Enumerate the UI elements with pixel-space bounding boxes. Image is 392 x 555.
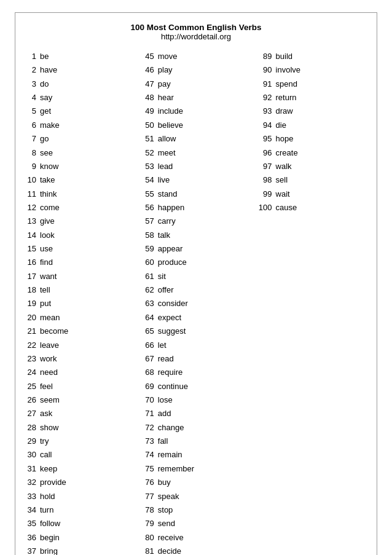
item-word: want — [40, 270, 57, 283]
item-word: leave — [40, 339, 59, 352]
item-word: suggest — [158, 325, 186, 338]
item-word: provide — [40, 476, 66, 489]
item-number: 8 — [23, 146, 40, 160]
item-word: lose — [158, 393, 173, 407]
list-item: 99wait — [259, 187, 369, 201]
item-number: 97 — [259, 160, 276, 173]
list-item: 51allow — [141, 132, 251, 146]
item-word: know — [40, 160, 58, 173]
item-number: 61 — [141, 270, 158, 283]
list-item: 74remain — [141, 448, 251, 462]
list-item: 28show — [23, 421, 133, 435]
list-item: 11think — [23, 187, 133, 201]
item-word: take — [40, 173, 55, 187]
item-number: 12 — [23, 201, 40, 215]
item-number: 63 — [141, 297, 158, 310]
item-word: give — [40, 215, 55, 228]
item-word: remain — [158, 448, 182, 462]
item-number: 70 — [141, 393, 158, 407]
item-word: think — [40, 187, 57, 201]
item-word: seem — [40, 393, 60, 407]
list-item: 16find — [23, 256, 133, 269]
item-number: 77 — [141, 490, 158, 503]
item-word: hope — [276, 132, 294, 146]
list-item: 73fall — [141, 435, 251, 448]
item-word: use — [40, 242, 53, 256]
item-word: tell — [40, 283, 50, 297]
list-item: 77speak — [141, 490, 251, 503]
item-word: feel — [40, 380, 53, 393]
item-word: have — [40, 63, 57, 77]
list-item: 79send — [141, 517, 251, 530]
item-number: 5 — [23, 104, 40, 118]
list-item: 92return — [259, 91, 369, 104]
item-word: return — [276, 91, 297, 104]
item-word: cause — [276, 201, 297, 215]
list-item: 75remember — [141, 462, 251, 476]
item-word: believe — [158, 119, 183, 132]
item-number: 74 — [141, 448, 158, 462]
list-item: 55stand — [141, 187, 251, 201]
item-word: add — [158, 407, 171, 420]
item-number: 11 — [23, 187, 40, 201]
list-item: 30call — [23, 448, 133, 462]
list-item: 33hold — [23, 490, 133, 503]
list-item: 8see — [23, 146, 133, 160]
column-2: 45move46play47pay48hear49include50believ… — [141, 50, 251, 555]
item-number: 46 — [141, 63, 158, 77]
list-item: 27ask — [23, 407, 133, 420]
item-word: lead — [158, 160, 173, 173]
item-word: play — [158, 63, 173, 77]
item-word: buy — [158, 476, 171, 489]
item-number: 64 — [141, 311, 158, 325]
list-item: 96create — [259, 146, 369, 160]
item-word: show — [40, 421, 58, 435]
item-word: appear — [158, 242, 182, 256]
item-word: try — [40, 435, 49, 448]
item-number: 55 — [141, 187, 158, 201]
item-word: find — [40, 256, 53, 269]
list-item: 50believe — [141, 119, 251, 132]
list-item: 31keep — [23, 462, 133, 476]
item-number: 15 — [23, 242, 40, 256]
item-word: produce — [158, 256, 187, 269]
item-word: involve — [276, 63, 300, 77]
item-number: 22 — [23, 339, 40, 352]
list-item: 58talk — [141, 229, 251, 242]
item-number: 24 — [23, 366, 40, 379]
list-item: 47pay — [141, 77, 251, 91]
list-item: 36begin — [23, 531, 133, 545]
item-number: 100 — [259, 201, 276, 215]
list-item: 56happen — [141, 201, 251, 215]
item-word: keep — [40, 462, 57, 476]
item-number: 28 — [23, 421, 40, 435]
item-word: consider — [158, 297, 188, 310]
item-word: bring — [40, 545, 58, 555]
item-word: offer — [158, 283, 174, 297]
item-number: 73 — [141, 435, 158, 448]
item-number: 98 — [259, 173, 276, 187]
list-item: 93draw — [259, 104, 369, 118]
item-word: put — [40, 297, 51, 310]
item-number: 18 — [23, 283, 40, 297]
list-item: 3do — [23, 77, 133, 91]
item-word: make — [40, 119, 60, 132]
item-word: be — [40, 50, 49, 63]
item-word: include — [158, 104, 183, 118]
list-item: 19put — [23, 297, 133, 310]
item-number: 54 — [141, 173, 158, 187]
list-item: 72change — [141, 421, 251, 435]
item-word: draw — [276, 104, 293, 118]
list-item: 54live — [141, 173, 251, 187]
list-item: 95hope — [259, 132, 369, 146]
header: 100 Most Common English Verbs http://wor… — [23, 23, 369, 41]
list-item: 98sell — [259, 173, 369, 187]
item-number: 20 — [23, 311, 40, 325]
item-word: allow — [158, 132, 176, 146]
list-item: 61sit — [141, 270, 251, 283]
list-item: 32provide — [23, 476, 133, 489]
list-item: 26seem — [23, 393, 133, 407]
item-number: 48 — [141, 91, 158, 104]
list-item: 89build — [259, 50, 369, 63]
item-word: decide — [158, 545, 181, 555]
